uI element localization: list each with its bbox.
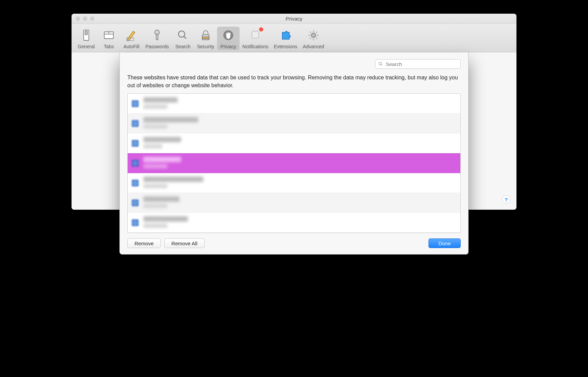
key-icon	[150, 28, 164, 42]
preferences-toolbar: GeneralTabsAutoFillPasswordsSearchSecuri…	[72, 24, 516, 52]
toolbar-tab-label: Privacy	[220, 44, 236, 49]
website-row[interactable]: ███.com███████	[128, 193, 460, 213]
toolbar-tab-tabs[interactable]: Tabs	[98, 27, 120, 50]
website-data-kind: ███████	[143, 125, 167, 129]
remove-button[interactable]: Remove	[127, 238, 161, 248]
toolbar-tab-label: Extensions	[274, 44, 297, 49]
site-favicon	[132, 140, 139, 147]
window-controls	[76, 16, 94, 21]
toolbar-tab-label: Passwords	[145, 44, 169, 49]
website-row-text: █████████.██.█████████	[143, 177, 456, 190]
website-data-kind: ███████	[143, 204, 167, 208]
svg-point-15	[311, 33, 316, 37]
toolbar-tab-label: AutoFill	[124, 44, 140, 49]
svg-line-22	[310, 38, 311, 39]
toolbar-tab-security[interactable]: Security	[194, 27, 217, 50]
website-row[interactable]: ████.com███████	[128, 94, 460, 114]
svg-line-20	[310, 31, 311, 32]
window-title: Privacy	[72, 16, 516, 22]
help-icon: ?	[504, 197, 508, 203]
svg-rect-1	[85, 31, 88, 35]
website-domain: ████.com	[143, 97, 178, 103]
toolbar-tab-notifications[interactable]: Notifications	[240, 27, 271, 50]
website-data-kind: ███████	[143, 184, 167, 188]
tabs-icon	[102, 28, 116, 42]
website-row[interactable]: ███.███.██████████	[128, 213, 460, 233]
search-icon	[378, 62, 383, 66]
search-row	[127, 59, 461, 69]
website-data-list: ████.com█████████.██.███.██████████████.…	[127, 93, 461, 233]
website-domain: ██.██.███.███	[143, 117, 198, 122]
svg-line-9	[184, 36, 187, 39]
toolbar-tab-label: General	[78, 44, 95, 49]
button-bar: Remove Remove All Done	[127, 238, 461, 248]
website-row[interactable]: ████.███████	[128, 133, 460, 153]
toolbar-tab-advanced[interactable]: Advanced	[300, 27, 327, 50]
website-row-text: ███.com███████	[143, 196, 456, 209]
svg-rect-14	[252, 31, 259, 38]
svg-line-23	[316, 31, 317, 32]
zoom-window-button[interactable]	[90, 16, 94, 21]
toolbar-tab-privacy[interactable]: Privacy	[217, 27, 240, 50]
minimize-window-button[interactable]	[83, 16, 87, 21]
website-data-kind: ███████	[143, 224, 167, 228]
website-row-text: ████.██████████	[143, 157, 456, 170]
toolbar-tab-general[interactable]: General	[75, 27, 98, 50]
magnifier-icon	[176, 28, 190, 42]
website-row-text: ████.com███████	[143, 97, 456, 110]
pencil-icon	[124, 28, 139, 42]
toolbar-tab-label: Security	[197, 44, 214, 49]
puzzle-icon	[279, 28, 293, 42]
site-favicon	[132, 180, 139, 186]
site-favicon	[132, 100, 139, 107]
website-row[interactable]: ██.██.███.██████████	[128, 114, 460, 133]
website-row[interactable]: █████████.██.█████████	[128, 173, 460, 193]
toolbar-tab-search[interactable]: Search	[171, 27, 194, 50]
notification-badge	[259, 27, 263, 31]
search-field[interactable]	[375, 59, 461, 69]
website-domain: ███.com	[143, 196, 179, 202]
toolbar-tab-label: Tabs	[104, 44, 114, 49]
website-data-kind: ███████	[143, 164, 167, 168]
website-data-sheet: These websites have stored data that can…	[119, 52, 469, 255]
titlebar: Privacy	[72, 14, 516, 24]
website-domain: ████.███	[143, 157, 181, 162]
square-icon	[248, 28, 263, 42]
hand-icon	[221, 28, 235, 42]
done-button[interactable]: Done	[429, 238, 461, 248]
svg-line-21	[316, 38, 317, 39]
site-favicon	[132, 219, 139, 226]
switch-icon	[79, 28, 93, 42]
help-button[interactable]: ?	[502, 195, 510, 204]
website-domain: █████████.██.██	[143, 177, 203, 182]
padlock-icon	[199, 28, 213, 42]
toolbar-tab-extensions[interactable]: Extensions	[271, 27, 300, 50]
site-favicon	[132, 160, 139, 167]
site-favicon	[132, 199, 139, 206]
website-row-text: ██.██.███.██████████	[143, 117, 456, 130]
remove-all-button[interactable]: Remove All	[164, 238, 205, 248]
website-domain: ███.███.███	[143, 216, 188, 222]
preferences-content: ? These websites have stored data that c…	[72, 52, 516, 210]
website-data-kind: ███████	[143, 105, 167, 109]
toolbar-tab-label: Notifications	[242, 44, 268, 49]
website-row[interactable]: ████.██████████	[128, 153, 460, 173]
website-row-text: ███.███.██████████	[143, 216, 456, 229]
gear-icon	[306, 28, 321, 42]
toolbar-tab-label: Search	[175, 44, 190, 49]
preferences-window: Privacy GeneralTabsAutoFillPasswordsSear…	[72, 14, 516, 210]
svg-rect-7	[156, 34, 158, 40]
toolbar-tab-autofill[interactable]: AutoFill	[120, 27, 143, 50]
svg-point-8	[179, 31, 185, 37]
website-row-text: ████.███████	[143, 137, 456, 150]
site-favicon	[132, 120, 139, 127]
svg-line-25	[381, 65, 382, 66]
description-text: These websites have stored data that can…	[127, 74, 461, 89]
search-input[interactable]	[385, 61, 458, 67]
svg-point-24	[379, 62, 382, 65]
website-domain: ████.███	[143, 137, 181, 142]
toolbar-tab-passwords[interactable]: Passwords	[143, 27, 171, 50]
close-window-button[interactable]	[76, 16, 80, 21]
website-data-kind: ████	[143, 144, 162, 148]
toolbar-tab-label: Advanced	[303, 44, 324, 49]
